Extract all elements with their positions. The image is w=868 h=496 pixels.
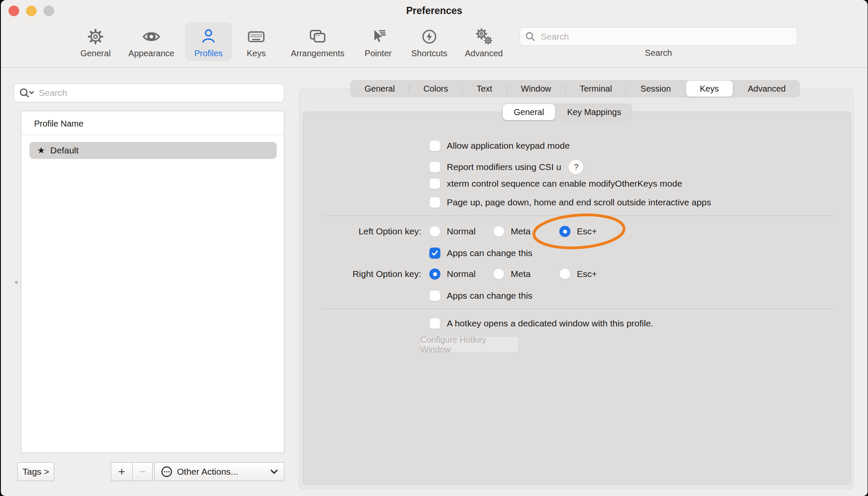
checkbox-unchecked[interactable] <box>429 318 440 329</box>
checkbox-unchecked[interactable] <box>429 178 440 189</box>
tab-keys[interactable]: Keys <box>686 81 733 97</box>
tab-terminal[interactable]: Terminal <box>566 80 626 97</box>
radio-label: Esc+ <box>577 269 597 279</box>
plus-icon: + <box>119 465 125 479</box>
cursor-icon <box>369 26 388 48</box>
window-title: Preferences <box>1 5 868 17</box>
tab-separator <box>685 84 686 93</box>
preferences-window: Preferences General Appearance <box>1 0 868 496</box>
radio-unselected[interactable] <box>493 268 504 280</box>
add-profile-button[interactable]: + <box>111 462 132 481</box>
profile-row-default[interactable]: ★ Default <box>29 142 277 159</box>
tab-session[interactable]: Session <box>626 80 685 97</box>
minus-icon: − <box>139 465 146 479</box>
chevron-down-icon <box>270 469 278 474</box>
gears-icon <box>474 26 494 48</box>
checkbox-row-page-scroll[interactable]: Page up, page down, home and end scroll … <box>429 197 711 208</box>
toolbar-label: Arrangements <box>291 49 344 58</box>
left-option-normal[interactable]: Normal <box>429 226 476 237</box>
splitter-dot[interactable] <box>15 281 18 284</box>
toolbar-label: Appearance <box>128 49 174 58</box>
checkbox-row-csi-u[interactable]: Report modifiers using CSI u ? <box>429 159 584 175</box>
profile-search-field[interactable] <box>14 84 284 102</box>
right-option-esc[interactable]: Esc+ <box>559 268 597 280</box>
gear-icon <box>86 26 105 48</box>
toolbar-label: General <box>80 49 110 58</box>
lightning-icon <box>420 26 439 48</box>
toolbar-item-pointer[interactable]: Pointer <box>355 23 402 61</box>
configure-hotkey-window-button: Configure Hotkey Window <box>420 336 519 353</box>
keyboard-icon <box>246 26 266 48</box>
tags-button[interactable]: Tags > <box>17 462 54 481</box>
checkbox-row-modify-other-keys[interactable]: xterm control sequence can enable modify… <box>429 178 682 189</box>
radio-unselected[interactable] <box>429 226 440 237</box>
radio-label: Meta <box>511 269 531 279</box>
tab-advanced[interactable]: Advanced <box>734 80 800 97</box>
help-button[interactable]: ? <box>568 159 584 175</box>
tab-window[interactable]: Window <box>507 80 565 97</box>
header-divider <box>21 135 284 135</box>
checkbox-label: Apps can change this <box>447 248 532 258</box>
checkbox-label: Page up, page down, home and end scroll … <box>447 197 711 208</box>
toolbar-item-appearance[interactable]: Appearance <box>122 23 180 61</box>
subtab-general[interactable]: General <box>503 104 555 120</box>
toolbar-item-advanced[interactable]: Advanced <box>456 23 512 61</box>
tab-text[interactable]: Text <box>463 80 506 97</box>
tab-colors[interactable]: Colors <box>409 80 462 97</box>
checkbox-unchecked[interactable] <box>429 140 440 151</box>
toolbar-item-keys[interactable]: Keys <box>237 23 276 61</box>
eye-icon <box>142 26 161 48</box>
checkbox-row-keypad[interactable]: Allow application keypad mode <box>429 140 570 151</box>
toolbar-label: Profiles <box>194 49 223 58</box>
other-actions-dropdown[interactable]: Other Actions... <box>154 462 284 481</box>
toolbar-search-field[interactable] <box>520 27 797 46</box>
right-option-normal[interactable]: Normal <box>429 268 476 280</box>
radio-unselected[interactable] <box>559 268 570 280</box>
checkbox-label: Report modifiers using CSI u <box>447 162 561 172</box>
toolbar-search-input[interactable] <box>540 31 792 42</box>
right-apps-can-change-row[interactable]: Apps can change this <box>429 290 532 301</box>
checkbox-unchecked[interactable] <box>429 290 440 301</box>
radio-label: Normal <box>447 226 476 236</box>
ellipsis-circle-icon <box>161 466 173 478</box>
radio-selected[interactable] <box>429 268 440 280</box>
toolbar-item-profiles[interactable]: Profiles <box>185 23 232 61</box>
profile-search-input[interactable] <box>38 87 279 98</box>
subtab-key-mappings[interactable]: Key Mappings <box>556 104 632 121</box>
checkbox-label: A hotkey opens a dedicated window with t… <box>447 318 653 329</box>
toolbar-divider <box>1 67 868 68</box>
star-icon: ★ <box>37 145 45 156</box>
toolbar-item-arrangements[interactable]: Arrangements <box>284 23 351 61</box>
tags-button-label: Tags > <box>23 467 49 477</box>
toolbar-label: Advanced <box>465 49 503 58</box>
section-divider <box>323 309 833 309</box>
checkbox-checked[interactable] <box>429 248 440 259</box>
toolbar-search-label: Search <box>520 48 797 58</box>
radio-unselected[interactable] <box>493 226 504 237</box>
left-option-meta[interactable]: Meta <box>493 226 531 237</box>
toolbar-label: Shortcuts <box>411 49 447 58</box>
remove-profile-button[interactable]: − <box>132 462 153 481</box>
radio-label: Meta <box>511 226 531 236</box>
person-icon <box>199 26 218 48</box>
right-option-key-label: Right Option key: <box>281 269 421 279</box>
hotkey-checkbox-row[interactable]: A hotkey opens a dedicated window with t… <box>429 318 653 329</box>
checkbox-label: Apps can change this <box>447 291 532 301</box>
tab-general[interactable]: General <box>350 80 409 97</box>
checkbox-unchecked[interactable] <box>429 161 440 173</box>
toolbar-item-general[interactable]: General <box>70 23 121 61</box>
profile-tabs: General Colors Text Window Terminal Sess… <box>350 80 800 97</box>
profile-list: Profile Name ★ Default <box>21 111 284 453</box>
toolbar-label: Pointer <box>365 49 391 58</box>
checkbox-label: xterm control sequence can enable modify… <box>447 179 682 189</box>
annotation-ellipse <box>529 209 630 255</box>
other-actions-label: Other Actions... <box>177 467 238 477</box>
configure-hotkey-label: Configure Hotkey Window <box>420 335 518 355</box>
left-apps-can-change-row[interactable]: Apps can change this <box>429 248 532 259</box>
checkbox-unchecked[interactable] <box>429 197 440 208</box>
checkbox-label: Allow application keypad mode <box>447 141 570 151</box>
toolbar-item-shortcuts[interactable]: Shortcuts <box>403 23 455 61</box>
right-option-meta[interactable]: Meta <box>493 268 531 280</box>
windows-icon <box>308 26 327 48</box>
radio-label: Normal <box>447 269 476 279</box>
